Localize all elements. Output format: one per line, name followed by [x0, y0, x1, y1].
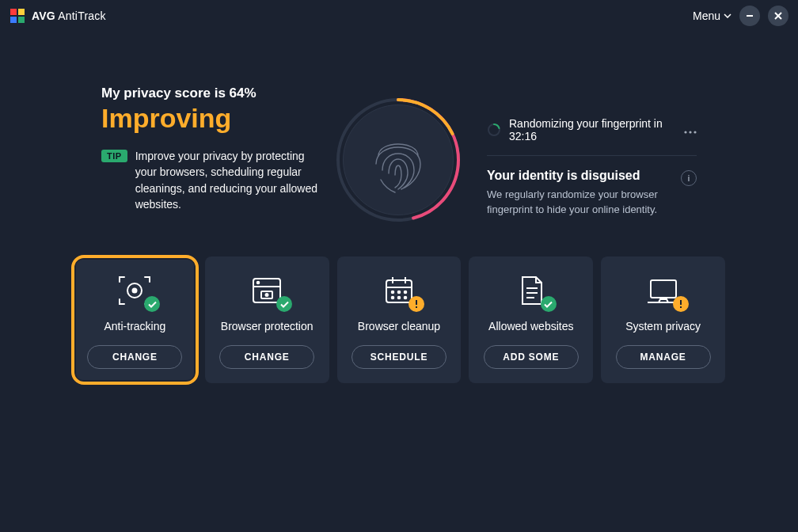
fingerprint-ring [333, 95, 463, 225]
more-icon[interactable] [684, 123, 697, 137]
close-button[interactable] [768, 6, 788, 26]
status-ok-icon [541, 296, 557, 312]
svg-point-17 [266, 294, 268, 296]
svg-point-15 [257, 282, 260, 284]
svg-rect-3 [18, 17, 25, 23]
svg-point-20 [398, 291, 401, 294]
chevron-down-icon [724, 13, 732, 18]
app-title: AVG AntiTrack [32, 10, 106, 22]
tile-title: System privacy [625, 320, 701, 332]
status-warn-icon [673, 296, 689, 312]
tile-anti-tracking[interactable]: Anti-tracking CHANGE [73, 256, 197, 383]
tip-text: Improve your privacy by protecting your … [135, 148, 327, 212]
status-ok-icon [276, 296, 292, 312]
svg-point-24 [405, 297, 407, 299]
svg-point-10 [689, 131, 691, 133]
svg-point-9 [684, 131, 686, 133]
svg-point-19 [392, 291, 394, 294]
menu-dropdown[interactable]: Menu [693, 10, 732, 22]
svg-rect-25 [416, 300, 417, 305]
avg-logo-icon [10, 8, 25, 24]
schedule-button[interactable]: SCHEDULE [352, 345, 446, 369]
svg-rect-1 [18, 9, 25, 15]
tile-title: Anti-tracking [104, 320, 165, 332]
tip-badge: TIP [101, 150, 127, 162]
feature-tiles: Anti-tracking CHANGE Browser protection … [0, 225, 798, 383]
info-icon[interactable]: i [681, 170, 697, 186]
svg-rect-28 [680, 300, 682, 305]
tile-allowed-websites[interactable]: Allowed websites ADD SOME [469, 256, 593, 383]
change-button[interactable]: CHANGE [87, 345, 182, 369]
privacy-status: Improving [101, 103, 327, 134]
privacy-score-line: My privacy score is 64% [101, 86, 327, 101]
countdown-text: Randomizing your fingerprint in 32:16 [509, 117, 676, 142]
svg-point-11 [694, 131, 696, 133]
svg-point-23 [398, 297, 401, 299]
title-bar: AVG AntiTrack Menu [0, 0, 798, 32]
tile-system-privacy[interactable]: System privacy MANAGE [601, 256, 725, 383]
spinner-icon [487, 123, 501, 137]
identity-title: Your identity is disguised [487, 169, 668, 183]
svg-rect-27 [651, 280, 676, 298]
change-button[interactable]: CHANGE [219, 345, 314, 369]
manage-button[interactable]: MANAGE [616, 345, 711, 369]
add-some-button[interactable]: ADD SOME [484, 345, 579, 369]
fingerprint-icon [367, 124, 430, 196]
svg-point-22 [392, 297, 394, 299]
svg-rect-2 [10, 17, 17, 23]
identity-description: We regularly randomize your browser fing… [487, 188, 668, 218]
svg-rect-4 [747, 15, 753, 17]
hero-section: My privacy score is 64% Improving TIP Im… [0, 32, 798, 225]
svg-rect-26 [416, 306, 417, 308]
svg-rect-29 [680, 306, 682, 308]
svg-rect-0 [10, 9, 17, 15]
status-warn-icon [408, 296, 424, 312]
status-ok-icon [144, 296, 160, 312]
tile-title: Browser protection [221, 320, 314, 332]
minimize-button[interactable] [739, 6, 760, 26]
svg-point-21 [405, 291, 407, 294]
tile-browser-protection[interactable]: Browser protection CHANGE [205, 256, 329, 383]
tile-title: Allowed websites [488, 320, 573, 332]
tile-title: Browser cleanup [358, 320, 440, 332]
tile-browser-cleanup[interactable]: Browser cleanup SCHEDULE [337, 256, 462, 383]
svg-point-13 [133, 289, 137, 293]
